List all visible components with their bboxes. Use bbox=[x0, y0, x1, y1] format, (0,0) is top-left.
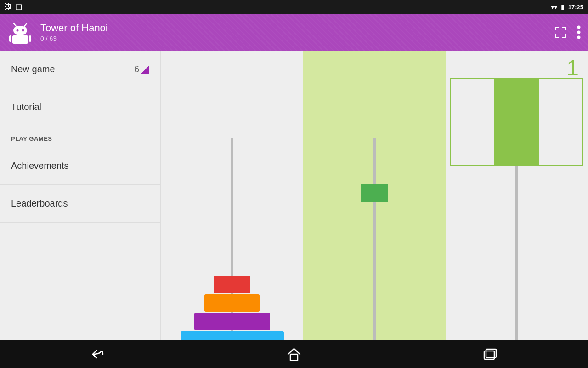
app-title: Tower of Hanoi bbox=[40, 22, 553, 34]
app-bar-actions bbox=[553, 25, 581, 40]
peg-area-center[interactable] bbox=[303, 51, 446, 368]
peg-area-left[interactable] bbox=[161, 51, 303, 368]
screenshot-icon: 🖼 bbox=[5, 3, 12, 11]
back-button[interactable] bbox=[79, 343, 116, 366]
badge-arrow-icon bbox=[141, 65, 149, 74]
panel-number: 1 bbox=[566, 55, 579, 80]
svg-rect-7 bbox=[29, 35, 31, 42]
time-display: 17:25 bbox=[568, 4, 583, 11]
app-bar: Tower of Hanoi 0 / 63 bbox=[0, 14, 588, 51]
peg-post-right bbox=[515, 138, 518, 368]
svg-line-1 bbox=[24, 23, 27, 26]
expand-button[interactable] bbox=[553, 25, 568, 40]
sidebar: New game 6 Tutorial PLAY GAMES Achieveme… bbox=[0, 51, 161, 368]
new-game-label: New game bbox=[11, 64, 55, 75]
home-button[interactable] bbox=[276, 343, 312, 366]
svg-point-3 bbox=[17, 29, 19, 32]
svg-rect-2 bbox=[13, 26, 27, 34]
robot-icon bbox=[9, 21, 32, 44]
svg-rect-13 bbox=[290, 354, 298, 361]
tutorial-label: Tutorial bbox=[11, 102, 41, 112]
game-play-area: 1 bbox=[161, 51, 588, 368]
grid-cell-1 bbox=[451, 79, 495, 165]
achievements-item[interactable]: Achievements bbox=[0, 147, 160, 185]
peg-post-center bbox=[373, 138, 376, 368]
achievements-label: Achievements bbox=[11, 161, 69, 171]
bottom-nav bbox=[0, 340, 588, 368]
svg-point-10 bbox=[577, 26, 581, 29]
grid-fill-2 bbox=[495, 79, 538, 165]
status-left: 🖼 ❑ bbox=[5, 3, 22, 12]
new-game-value: 6 bbox=[134, 64, 139, 75]
new-game-item[interactable]: New game 6 bbox=[0, 51, 160, 88]
grid-cell-2 bbox=[495, 79, 539, 165]
menu-button[interactable] bbox=[577, 25, 581, 39]
app-icon bbox=[7, 19, 33, 45]
leaderboards-item[interactable]: Leaderboards bbox=[0, 185, 160, 223]
svg-point-4 bbox=[22, 29, 24, 32]
svg-line-0 bbox=[14, 23, 16, 26]
svg-rect-5 bbox=[12, 35, 28, 44]
tutorial-item[interactable]: Tutorial bbox=[0, 88, 160, 126]
svg-point-11 bbox=[577, 31, 581, 34]
disk-red bbox=[214, 276, 250, 293]
new-game-badge: 6 bbox=[134, 64, 149, 75]
grid-cell-3 bbox=[539, 79, 582, 165]
status-bar: 🖼 ❑ ▾▾ ▮ 17:25 bbox=[0, 0, 588, 14]
svg-rect-6 bbox=[9, 35, 11, 42]
dropbox-icon: ❑ bbox=[16, 3, 22, 12]
wifi-icon: ▾▾ bbox=[551, 3, 557, 11]
play-games-header: PLAY GAMES bbox=[0, 126, 160, 147]
right-panel-grid bbox=[450, 78, 583, 166]
main-area: New game 6 Tutorial PLAY GAMES Achieveme… bbox=[0, 51, 588, 368]
status-right: ▾▾ ▮ 17:25 bbox=[551, 3, 583, 11]
app-bar-title-group: Tower of Hanoi 0 / 63 bbox=[40, 22, 553, 42]
disk-purple bbox=[194, 313, 270, 330]
peg-area-right[interactable]: 1 bbox=[446, 51, 588, 368]
leaderboards-label: Leaderboards bbox=[11, 198, 68, 209]
recents-button[interactable] bbox=[472, 343, 509, 366]
battery-icon: ▮ bbox=[561, 3, 565, 11]
floating-disk bbox=[361, 184, 388, 202]
disk-orange bbox=[204, 294, 260, 312]
app-subtitle: 0 / 63 bbox=[40, 35, 553, 42]
svg-point-12 bbox=[577, 36, 581, 39]
